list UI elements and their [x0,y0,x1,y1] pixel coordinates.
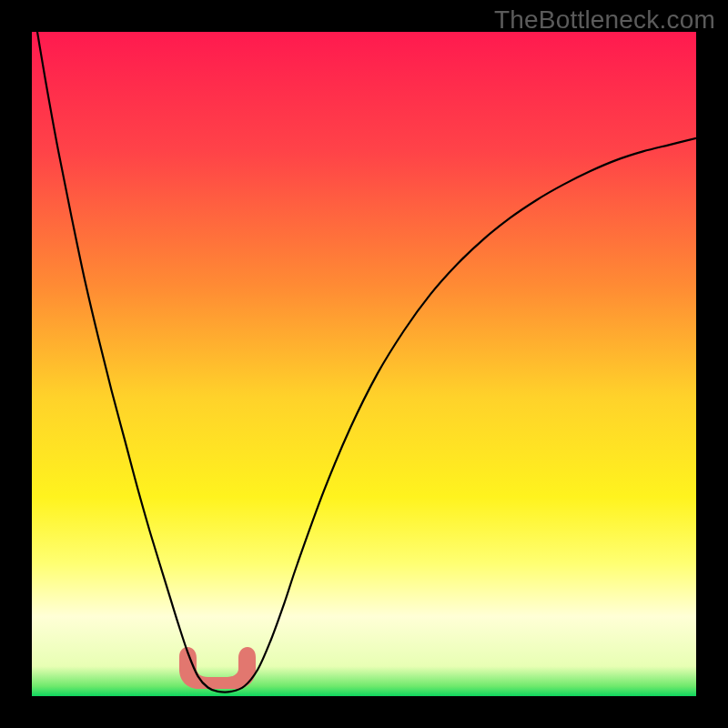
chart-frame: TheBottleneck.com [0,0,728,728]
chart-svg [32,32,696,696]
plot-area [32,32,696,696]
watermark-text: TheBottleneck.com [494,5,715,35]
gradient-background [32,32,696,696]
